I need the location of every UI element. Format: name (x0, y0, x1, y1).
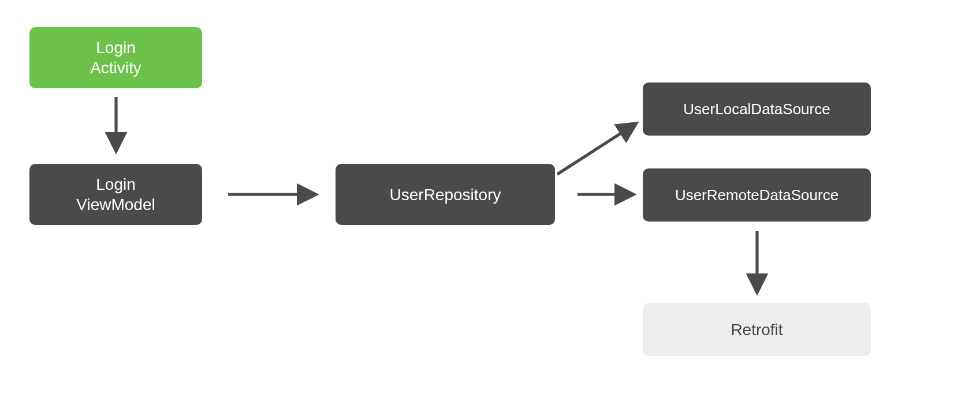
node-label: UserRepository (390, 185, 501, 205)
node-label: Login ViewModel (76, 174, 155, 215)
node-login-viewmodel: Login ViewModel (29, 164, 202, 225)
node-user-local-data-source: UserLocalDataSource (643, 82, 871, 136)
node-login-activity: Login Activity (29, 27, 202, 88)
node-label: UserRemoteDataSource (675, 186, 839, 205)
edge-repository-to-local-ds (557, 124, 635, 174)
node-retrofit: Retrofit (643, 303, 871, 356)
diagram-canvas: Login Activity Login ViewModel UserRepos… (0, 0, 980, 420)
node-label: UserLocalDataSource (683, 100, 830, 119)
node-label: Retrofit (731, 320, 782, 340)
node-user-remote-data-source: UserRemoteDataSource (643, 168, 871, 222)
node-user-repository: UserRepository (336, 164, 555, 225)
node-label: Login Activity (90, 38, 141, 78)
